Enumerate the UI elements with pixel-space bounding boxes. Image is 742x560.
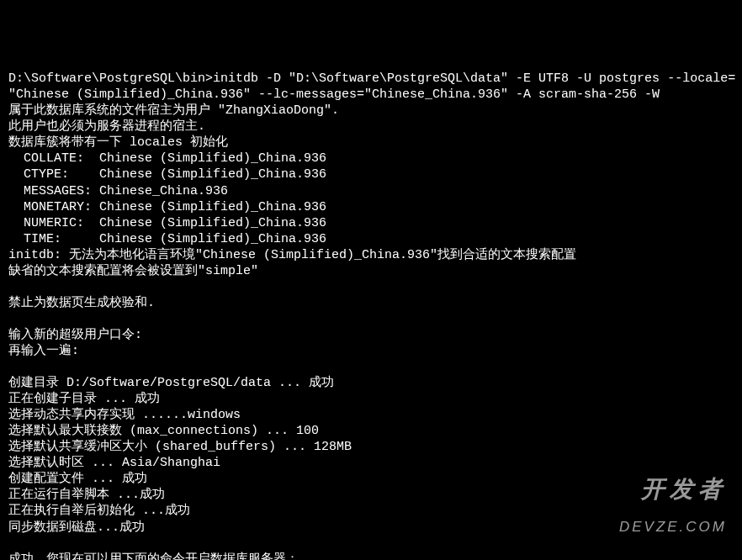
terminal-line: 输入新的超级用户口令: [8, 327, 734, 343]
terminal-line: D:\Software\PostgreSQL\bin>initdb -D "D:… [8, 71, 734, 87]
terminal-line: 创建配置文件 ... 成功 [8, 471, 734, 487]
terminal-line: 选择动态共享内存实现 ......windows [8, 407, 734, 423]
terminal-line: 正在执行自举后初始化 ...成功 [8, 503, 734, 519]
terminal-line: MONETARY: Chinese (Simplified)_China.936 [8, 199, 734, 215]
terminal-line: 数据库簇将带有一下 locales 初始化 [8, 135, 734, 151]
terminal-line: 选择默认时区 ... Asia/Shanghai [8, 455, 734, 471]
terminal-line: 缺省的文本搜索配置将会被设置到"simple" [8, 263, 734, 279]
terminal-line [8, 311, 734, 327]
terminal-line [8, 536, 734, 552]
terminal-line: 选择默认共享缓冲区大小 (shared_buffers) ... 128MB [8, 439, 734, 455]
terminal-line [8, 279, 734, 295]
terminal-line: initdb: 无法为本地化语言环境"Chinese (Simplified)_… [8, 247, 734, 263]
terminal-line: 选择默认最大联接数 (max_connections) ... 100 [8, 423, 734, 439]
terminal-line: NUMERIC: Chinese (Simplified)_China.936 [8, 215, 734, 231]
terminal-line: COLLATE: Chinese (Simplified)_China.936 [8, 151, 734, 166]
terminal-line: 属于此数据库系统的文件宿主为用户 "ZhangXiaoDong". [8, 103, 734, 119]
terminal-line: 同步数据到磁盘...成功 [8, 520, 734, 536]
terminal-line: TIME: Chinese (Simplified)_China.936 [8, 231, 734, 247]
terminal-line: 正在创建子目录 ... 成功 [8, 391, 734, 407]
terminal-line: 正在运行自举脚本 ...成功 [8, 487, 734, 503]
terminal-line: 成功。您现在可以用下面的命令开启数据库服务器： [8, 552, 734, 560]
terminal-output[interactable]: D:\Software\PostgreSQL\bin>initdb -D "D:… [8, 71, 734, 560]
terminal-line: 禁止为数据页生成校验和. [8, 295, 734, 311]
terminal-line: 创建目录 D:/Software/PostgreSQL/data ... 成功 [8, 375, 734, 391]
terminal-line: 此用户也必须为服务器进程的宿主. [8, 119, 734, 135]
terminal-line: MESSAGES: Chinese_China.936 [8, 183, 734, 199]
terminal-line: "Chinese (Simplified)_China.936" --lc-me… [8, 87, 734, 103]
terminal-line [8, 359, 734, 375]
terminal-line: CTYPE: Chinese (Simplified)_China.936 [8, 166, 734, 182]
terminal-line: 再输入一遍: [8, 343, 734, 359]
